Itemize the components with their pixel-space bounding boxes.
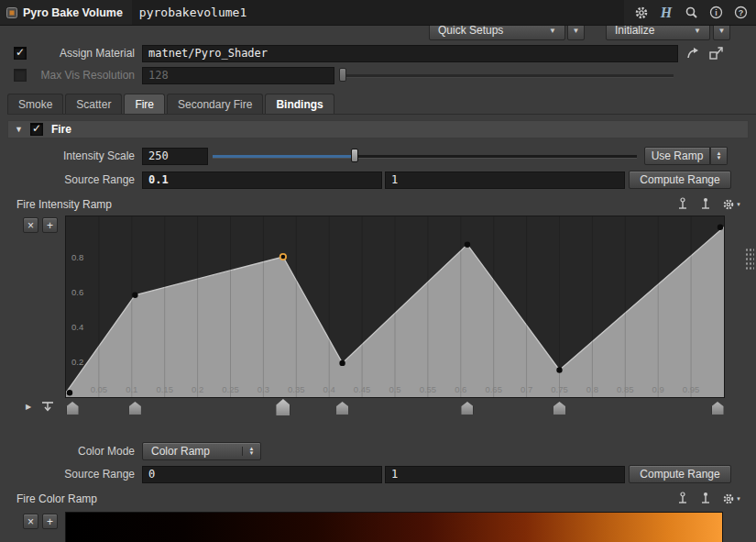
- ramp-delete-point-button[interactable]: ×: [23, 217, 38, 233]
- color-ramp-add-point-button[interactable]: +: [42, 514, 58, 529]
- color-source-range-label: Source Range: [27, 468, 135, 481]
- ramp-flatten-icon[interactable]: [40, 400, 55, 414]
- chevron-down-icon: ▼: [718, 27, 726, 35]
- node-type-icon: [5, 6, 18, 19]
- assign-material-input[interactable]: matnet/Pyro_Shader: [142, 45, 678, 62]
- help-icon[interactable]: ?: [732, 5, 749, 21]
- slider-track: [339, 74, 674, 78]
- quick-setups-menu-button[interactable]: ▼: [567, 26, 585, 40]
- max-vis-resolution-label: Max Vis Resolution: [27, 69, 135, 82]
- x-tick-label: 0.8: [586, 384, 598, 394]
- fire-color-ramp-editor: × +: [0, 512, 756, 542]
- ramp-options-button[interactable]: ▼: [722, 198, 741, 211]
- ramp-point[interactable]: [465, 242, 470, 248]
- intensity-scale-slider[interactable]: [213, 148, 637, 164]
- compute-range-button[interactable]: Compute Range: [629, 171, 731, 189]
- color-mode-label: Color Mode: [27, 445, 135, 458]
- fire-color-ramp-gradient[interactable]: [65, 512, 723, 542]
- x-tick-label: 0.15: [156, 384, 173, 394]
- quick-setups-button[interactable]: Quick Setups ▼: [429, 26, 565, 40]
- max-vis-resolution-input[interactable]: 128: [142, 67, 334, 84]
- color-ramp-delete-point-button[interactable]: ×: [23, 514, 38, 529]
- initialize-menu-button[interactable]: ▼: [713, 26, 730, 40]
- tab-scatter[interactable]: Scatter: [65, 94, 122, 114]
- ramp-options-button[interactable]: ▼: [722, 492, 741, 505]
- tab-bindings[interactable]: Bindings: [265, 94, 334, 114]
- ramp-handle[interactable]: [461, 402, 473, 415]
- pyro-bake-volume-parameters-panel: Pyro Bake Volume pyrobakevolume1 H i ? Q…: [0, 0, 756, 542]
- color-source-range-max-input[interactable]: 1: [385, 466, 625, 483]
- compute-range-label: Compute Range: [640, 173, 719, 186]
- ramp-handle[interactable]: [553, 402, 565, 415]
- ramp-point[interactable]: [339, 360, 345, 366]
- op-path-picker-icon[interactable]: [686, 47, 701, 60]
- fire-intensity-ramp-header: Fire Intensity Ramp ▼: [0, 195, 756, 214]
- max-vis-resolution-checkbox[interactable]: [14, 69, 27, 82]
- intensity-scale-input[interactable]: 250: [142, 148, 208, 165]
- node-chooser-icon[interactable]: [709, 47, 724, 60]
- source-range-min-input[interactable]: 0.1: [142, 171, 382, 189]
- assign-material-checkbox[interactable]: ✓: [14, 47, 27, 60]
- y-tick-label: 0.8: [71, 252, 83, 262]
- ramp-add-point-button[interactable]: +: [42, 217, 58, 233]
- tab-secondary-fire[interactable]: Secondary Fire: [167, 94, 263, 114]
- ramp-handle[interactable]: [67, 402, 79, 415]
- anchor-icon[interactable]: [699, 197, 712, 213]
- source-range-max-input[interactable]: 1: [385, 171, 625, 189]
- ramp-handle[interactable]: [276, 399, 290, 415]
- x-tick-label: 0.45: [354, 384, 371, 394]
- use-ramp-label: Use Ramp: [652, 149, 704, 162]
- x-tick-label: 0.65: [485, 384, 502, 394]
- x-tick-label: 0.35: [288, 384, 305, 394]
- titlebar-icons: H i ?: [624, 0, 756, 25]
- x-tick-label: 0.3: [257, 384, 269, 394]
- ramp-handle[interactable]: [712, 402, 724, 415]
- anchor-icon[interactable]: [699, 492, 712, 507]
- collapse-arrow-icon[interactable]: ▼: [15, 125, 23, 134]
- parameter-tabs: Smoke Scatter Fire Secondary Fire Bindin…: [7, 94, 756, 115]
- fire-intensity-ramp-graph[interactable]: 0.050.10.150.20.250.30.350.40.450.50.550…: [65, 216, 725, 398]
- tab-smoke[interactable]: Smoke: [7, 94, 63, 114]
- color-mode-dropdown[interactable]: Color Ramp ▲ ▼: [142, 442, 261, 460]
- gear-icon[interactable]: [633, 5, 650, 21]
- tab-fire[interactable]: Fire: [124, 94, 165, 114]
- use-ramp-button-group: Use Ramp ▲ ▼: [644, 147, 728, 165]
- scrollbar-grip[interactable]: [745, 248, 754, 271]
- use-ramp-button[interactable]: Use Ramp: [644, 147, 710, 165]
- x-tick-label: 0.4: [323, 384, 335, 394]
- houdini-logo-icon[interactable]: H: [658, 5, 674, 21]
- source-range-label: Source Range: [27, 173, 135, 186]
- ramp-expand-arrow-icon[interactable]: ▶: [26, 403, 31, 411]
- node-name-field[interactable]: pyrobakevolume1: [132, 0, 624, 25]
- ramp-handle[interactable]: [336, 402, 348, 415]
- fire-section-header[interactable]: ▼ ✓ Fire: [7, 120, 749, 138]
- ramp-point[interactable]: [67, 390, 72, 395]
- y-tick-label: 0.2: [71, 357, 83, 367]
- pin-icon[interactable]: [676, 197, 689, 213]
- search-icon[interactable]: [683, 5, 699, 21]
- info-icon[interactable]: i: [707, 5, 724, 21]
- pin-icon[interactable]: [676, 492, 689, 507]
- ramp-point[interactable]: [132, 293, 137, 298]
- chevron-down-icon: ▼: [736, 496, 741, 502]
- color-compute-range-button[interactable]: Compute Range: [629, 465, 731, 483]
- use-ramp-menu-button[interactable]: ▲ ▼: [710, 147, 728, 165]
- quick-setups-label: Quick Setups: [438, 26, 503, 37]
- ramp-handle[interactable]: [129, 402, 141, 415]
- ramp-point[interactable]: [718, 225, 723, 230]
- ramp-header-icons: ▼: [676, 197, 741, 213]
- slider-handle[interactable]: [339, 68, 346, 82]
- max-vis-resolution-slider[interactable]: [339, 67, 674, 83]
- x-tick-label: 0.7: [520, 384, 532, 394]
- fire-enable-checkbox[interactable]: ✓: [30, 123, 43, 136]
- ramp-point[interactable]: [280, 254, 286, 260]
- initialize-button[interactable]: Initialize ▼: [606, 26, 710, 40]
- x-tick-label: 0.1: [126, 384, 137, 394]
- slider-fill: [213, 155, 355, 158]
- ramp-point-buttons: × +: [23, 514, 58, 529]
- slider-handle[interactable]: [351, 149, 358, 162]
- color-source-range-min-input[interactable]: 0: [142, 466, 382, 483]
- ramp-header-icons: ▼: [676, 492, 741, 507]
- chevron-down-icon: ▼: [549, 27, 556, 35]
- ramp-point[interactable]: [556, 367, 562, 372]
